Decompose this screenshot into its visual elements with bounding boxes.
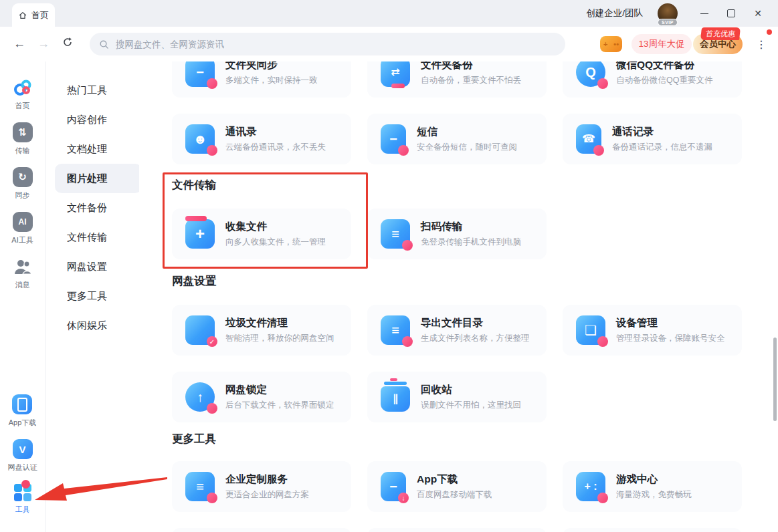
tool-card-netdisk-lock[interactable]: ↑ 网盘锁定 后台下载文件，软件界面锁定 [172,372,351,422]
refresh-button[interactable] [59,37,76,51]
tool-title: 通话记录 [612,125,712,139]
tool-subtitle: 管理登录设备，保障账号安全 [616,333,725,344]
close-icon: ✕ [754,8,762,19]
rail-item-home[interactable]: 首页 [13,78,33,111]
wechat-qq-backup-icon: Q [576,61,605,87]
first-charge-badge: 首充优惠 [700,27,741,40]
section-heading-more-tools: 更多工具 [172,432,742,446]
netdisk-certification-icon: V [13,439,33,459]
avatar-vip-badge: SVIP [658,19,678,26]
tool-card-device-management[interactable]: ❏ 设备管理 管理登录设备，保障账号安全 [563,305,742,356]
anniversary-promo-pill[interactable]: 13周年大促 [631,34,692,54]
export-file-list-icon: ≡ [381,315,410,345]
tool-card-contacts[interactable]: ☻ 通讯录 云端备份通讯录，永不丢失 [172,114,351,164]
tool-card-partial[interactable] [367,528,547,532]
rail-item-certification[interactable]: V 网盘认证 [8,439,37,473]
tool-card-game-center[interactable]: + : 游戏中心 海量游戏，免费畅玩 [563,461,742,512]
tab-home[interactable]: 首页 [12,3,55,27]
tool-title: 扫码传输 [421,220,521,234]
enterprise-service-icon: ≡ [185,472,215,501]
tool-subtitle: 向多人收集文件，统一管理 [225,237,326,248]
app-download-icon: −↓ [381,472,406,501]
notification-dot [767,29,772,35]
back-button[interactable]: ← [11,37,28,51]
forward-button[interactable]: → [35,37,52,51]
netdisk-lock-icon: ↑ [185,382,215,412]
scan-transfer-icon: ≡ [381,219,410,249]
tool-card-call-log[interactable]: ☎ 通话记录 备份通话记录，信息不遗漏 [563,114,742,164]
category-document-processing[interactable]: 文档处理 [55,134,142,164]
recycle-bin-icon: ∥ [381,386,410,412]
home-icon [18,11,27,20]
maximize-icon [727,9,735,17]
folder-backup-icon: ⇄ [381,61,410,87]
minimize-icon [700,13,708,14]
category-netdisk-settings[interactable]: 网盘设置 [55,252,142,281]
tool-title: 回收站 [421,383,521,397]
tool-subtitle: 生成文件列表名称，方便整理 [421,333,530,344]
contacts-icon: ☻ [185,124,215,154]
section-settings-grid: ✓ 垃圾文件清理 智能清理，释放你的网盘空间 ≡ 导出文件目录 生成文件列表名称… [172,305,742,422]
category-file-transfer[interactable]: 文件传输 [55,223,142,252]
avatar[interactable]: SVIP [658,3,678,23]
tool-card-enterprise-service[interactable]: ≡ 企业定制服务 更适合企业的网盘方案 [172,461,351,512]
tool-title: 设备管理 [616,316,725,330]
tool-title: 企业定制服务 [225,473,309,487]
game-center-icon: + : [576,472,605,501]
search-input[interactable] [114,39,556,50]
tool-title: 收集文件 [225,220,326,234]
category-file-backup[interactable]: 文件备份 [55,193,142,223]
back-icon: ← [13,37,25,50]
transfer-icon: ⇅ [13,122,33,142]
tool-card-junk-clean[interactable]: ✓ 垃圾文件清理 智能清理，释放你的网盘空间 [172,305,351,356]
kebab-menu-button[interactable]: ⋮ [752,35,771,53]
tool-card-sms[interactable]: − 短信 安全备份短信，随时可查阅 [367,114,547,164]
tool-card-wechat-qq-backup[interactable]: Q 微信QQ文件备份 自动备份微信QQ重要文件 [563,61,742,98]
vertical-scrollbar[interactable] [773,338,777,421]
tool-subtitle: 百度网盘移动端下载 [417,489,492,501]
tool-card-recycle-bin[interactable]: ∥ 回收站 误删文件不用怕，这里找回 [367,372,547,422]
category-content-creation[interactable]: 内容创作 [55,105,142,134]
tool-card-folder-sync[interactable]: − 文件夹同步 多端文件，实时保持一致 [172,61,351,98]
game-promo-icon[interactable]: +•• [600,36,622,52]
section-transfer-grid: + 收集文件 向多人收集文件，统一管理 ≡ 扫码传输 免登录传输手机文件到电脑 [172,209,742,259]
category-hot-tools[interactable]: 热门工具 [55,76,142,105]
section-heading-netdisk-settings: 网盘设置 [172,274,742,289]
tool-subtitle: 自动备份，重要文件不怕丢 [421,75,521,86]
tool-title: 网盘锁定 [225,383,334,397]
tool-title: 垃圾文件清理 [225,316,334,330]
create-team-link[interactable]: 创建企业/团队 [586,7,643,19]
tool-card-collect-files[interactable]: + 收集文件 向多人收集文件，统一管理 [172,209,351,259]
rail-item-transfer[interactable]: ⇅ 传输 [13,122,33,156]
category-more-tools[interactable]: 更多工具 [55,281,142,311]
tool-card-folder-backup[interactable]: ⇄ 文件夹备份 自动备份，重要文件不怕丢 [367,61,547,98]
tool-card-export-file-list[interactable]: ≡ 导出文件目录 生成文件列表名称，方便整理 [367,305,547,356]
tool-card-partial[interactable] [563,528,742,532]
rail-item-tools[interactable]: 工具 [14,484,31,515]
tool-title: 短信 [417,125,517,139]
close-button[interactable]: ✕ [745,0,771,27]
rail-item-app-download[interactable]: App下载 [9,394,37,428]
minimize-button[interactable] [691,0,718,27]
search-icon [99,39,109,49]
rail-item-messages[interactable]: 消息 [13,257,33,290]
maximize-button[interactable] [718,0,745,27]
category-image-processing[interactable]: 图片处理 [55,164,142,193]
kebab-menu-icon: ⋮ [756,38,767,51]
tool-card-app-download[interactable]: −↓ App下载 百度网盘移动端下载 [367,461,547,512]
category-leisure[interactable]: 休闲娱乐 [55,311,142,340]
forward-icon: → [37,37,50,50]
messages-icon [13,257,33,277]
category-sidebar: 热门工具 内容创作 文档处理 图片处理 文件备份 文件传输 网盘设置 更多工具 … [45,61,139,532]
rail-item-ai-tools[interactable]: AI AI工具 [11,212,33,245]
tool-title: 游戏中心 [616,473,692,487]
search-bar[interactable] [90,33,565,55]
folder-sync-icon: − [185,61,215,87]
tool-subtitle: 自动备份微信QQ重要文件 [616,75,712,86]
tool-title: 文件夹同步 [225,61,318,72]
tool-card-scan-transfer[interactable]: ≡ 扫码传输 免登录传输手机文件到电脑 [367,209,547,259]
tool-card-partial[interactable] [172,528,351,532]
tool-subtitle: 海量游戏，免费畅玩 [616,489,692,501]
tool-subtitle: 更适合企业的网盘方案 [225,489,309,501]
rail-item-sync[interactable]: ↻ 同步 [13,167,33,201]
